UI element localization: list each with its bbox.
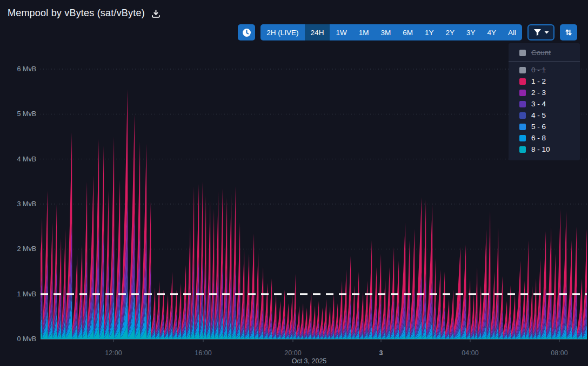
interval-button-1m[interactable]: 1M [353,24,375,40]
svg-text:3: 3 [379,349,383,357]
legend-swatch [519,124,526,130]
interval-button-1y[interactable]: 1Y [419,24,440,40]
interval-button-2h-live[interactable]: 2H (LIVE) [260,24,304,40]
svg-text:3 MvB: 3 MvB [17,200,36,208]
legend-item-6-8[interactable]: 6 - 8 [509,132,580,144]
filter-button[interactable] [527,24,554,40]
legend-item-5-6[interactable]: 5 - 6 [509,121,580,132]
toolbar: 2H (LIVE)24H1W1M3M6M1Y2Y3Y4YAll [238,24,577,40]
interval-button-1w[interactable]: 1W [330,24,352,40]
clock-icon [242,28,251,37]
legend-item-0-1[interactable]: 0 - 1 [509,64,580,76]
interval-button-24h[interactable]: 24H [305,24,330,40]
legend-divider [509,61,580,62]
legend-item-4-5[interactable]: 4 - 5 [509,110,580,121]
legend-swatch [519,101,526,107]
legend-label: 6 - 8 [531,134,546,141]
legend-swatch [519,50,526,56]
fee-legend-dropdown: Count0 - 11 - 22 - 33 - 44 - 55 - 66 - 8… [509,43,580,160]
legend-label: 8 - 10 [531,146,550,153]
svg-text:0 MvB: 0 MvB [17,335,36,343]
svg-text:20:00: 20:00 [284,349,301,357]
filter-funnel-icon [533,29,542,36]
legend-item-2-3[interactable]: 2 - 3 [509,87,580,98]
legend-label: 3 - 4 [531,100,546,107]
legend-item-8-10[interactable]: 8 - 10 [509,144,580,155]
interval-button-all[interactable]: All [502,24,522,40]
mempool-chart: 0 MvB1 MvB2 MvB3 MvB4 MvB5 MvB6 MvB12:00… [0,0,588,366]
legend-label: 5 - 6 [531,123,546,130]
chart-area: 0 MvB1 MvB2 MvB3 MvB4 MvB5 MvB6 MvB12:00… [0,0,588,366]
legend-swatch [519,90,526,96]
svg-text:6 MvB: 6 MvB [17,65,36,73]
legend-swatch [519,78,526,85]
legend-swatch [519,135,526,141]
svg-text:04:00: 04:00 [462,349,478,357]
svg-text:12:00: 12:00 [105,349,122,357]
invert-sort-button[interactable] [560,24,577,40]
legend-label: 4 - 5 [531,112,546,119]
legend-label: Count [531,49,551,56]
legend-label: 1 - 2 [531,78,546,85]
legend-swatch [519,146,526,153]
legend-item-count[interactable]: Count [509,47,580,58]
legend-swatch [519,67,526,73]
clock-button[interactable] [238,24,255,40]
legend-item-3-4[interactable]: 3 - 4 [509,98,580,110]
sort-arrows-icon [564,28,573,37]
chevron-down-icon [544,31,549,34]
interval-button-6m[interactable]: 6M [397,24,419,40]
interval-button-3y[interactable]: 3Y [460,24,482,40]
interval-button-2y[interactable]: 2Y [439,24,460,40]
interval-button-3m[interactable]: 3M [375,24,397,40]
interval-button-group: 2H (LIVE)24H1W1M3M6M1Y2Y3Y4YAll [260,24,522,40]
legend-label: 2 - 3 [531,89,546,96]
svg-text:5 MvB: 5 MvB [17,110,36,118]
legend-swatch [519,112,526,119]
svg-text:4 MvB: 4 MvB [17,155,36,163]
svg-text:1 MvB: 1 MvB [17,290,36,298]
svg-text:08:00: 08:00 [551,349,567,357]
svg-text:16:00: 16:00 [195,349,211,357]
legend-label: 0 - 1 [531,66,546,73]
svg-text:2 MvB: 2 MvB [17,245,36,253]
interval-button-4y[interactable]: 4Y [481,24,502,40]
svg-text:Oct 3, 2025: Oct 3, 2025 [292,357,327,365]
legend-item-1-2[interactable]: 1 - 2 [509,76,580,87]
